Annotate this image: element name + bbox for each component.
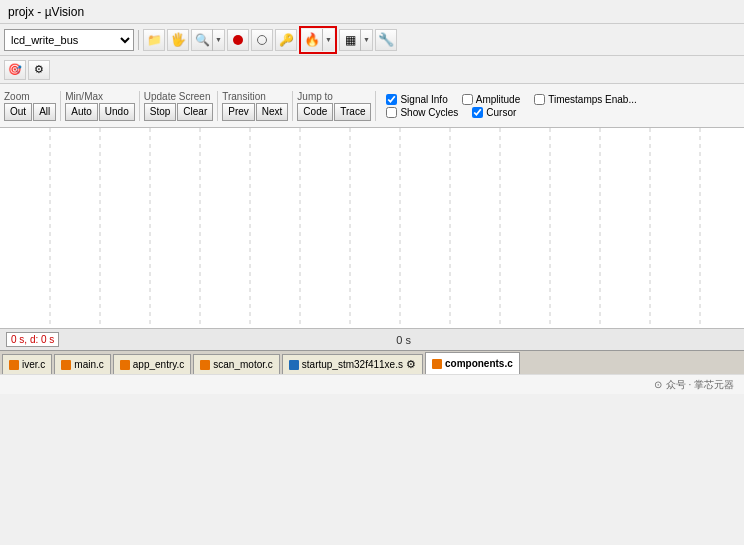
cursor-button[interactable]: 🖐 [167, 29, 189, 51]
hand-icon: 🖐 [170, 32, 186, 47]
signal-info-checkbox[interactable] [386, 94, 397, 105]
wrench-icon: 🔧 [378, 32, 394, 47]
amplitude-label: Amplitude [476, 94, 520, 105]
branding-text: 众号 · 掌芯元器 [666, 378, 734, 392]
tab-startup[interactable]: startup_stm32f411xe.s ⚙ [282, 354, 423, 374]
show-cycles-label: Show Cycles [400, 107, 458, 118]
transition-btn-row: Prev Next [222, 103, 288, 121]
tab-label-startup: startup_stm32f411xe.s [302, 359, 403, 370]
second-toolbar: 🎯 ⚙ [0, 56, 744, 84]
search-icon-part[interactable]: 🔍 [192, 29, 212, 51]
show-cycles-checkbox[interactable] [386, 107, 397, 118]
zoom-all-button[interactable]: All [33, 103, 56, 121]
flame-dropdown-group[interactable]: 🔥 ▼ [302, 29, 334, 51]
signal-info-row: Signal Info Amplitude Timestamps Enab... [386, 94, 636, 105]
tab-scan-motor[interactable]: scan_motor.c [193, 354, 279, 374]
waveform-container [0, 128, 744, 328]
minmax-label: Min/Max [65, 91, 103, 102]
signal-dropdown[interactable]: lcd_write_bus [4, 29, 134, 51]
jumpto-btn-row: Code Trace [297, 103, 371, 121]
tab-icon-driver [9, 360, 19, 370]
wrench-button[interactable]: 🔧 [375, 29, 397, 51]
key-icon: 🔑 [279, 33, 294, 47]
jumpto-label: Jump to [297, 91, 333, 102]
chevron-down-icon-3: ▼ [363, 36, 370, 43]
flame-icon-part[interactable]: 🔥 [302, 29, 322, 51]
update-btn-row: Stop Clear [144, 103, 213, 121]
jumpto-group: Jump to Code Trace [297, 91, 376, 121]
search-dropdown-group[interactable]: 🔍 ▼ [191, 29, 225, 51]
chevron-down-icon: ▼ [215, 36, 222, 43]
grid-dropdown-group[interactable]: ▦ ▼ [339, 29, 373, 51]
minmax-group: Min/Max Auto Undo [65, 91, 139, 121]
tab-label-main: main.c [74, 359, 103, 370]
cursor-checkbox[interactable] [472, 107, 483, 118]
search-dropdown-arrow[interactable]: ▼ [212, 29, 224, 51]
timestamps-checkbox[interactable] [534, 94, 545, 105]
tab-icon-components [432, 359, 442, 369]
gear-icon-tab: ⚙ [406, 358, 416, 371]
open-button[interactable]: 📁 [143, 29, 165, 51]
folder-icon: 📁 [147, 33, 162, 47]
update-group: Update Screen Stop Clear [144, 91, 218, 121]
tab-driver[interactable]: iver.c [2, 354, 52, 374]
highlighted-button-group: 🔥 ▼ [299, 26, 337, 54]
amplitude-checkbox[interactable] [462, 94, 473, 105]
waveform-area[interactable] [0, 128, 744, 328]
cursor-label: Cursor [486, 107, 516, 118]
branding-bar: ⊙ 众号 · 掌芯元器 [0, 374, 744, 394]
tab-label-scan-motor: scan_motor.c [213, 359, 272, 370]
status-time-box: 0 s, d: 0 s [6, 332, 59, 347]
settings-icon: ⚙ [34, 63, 44, 76]
center-time: 0 s [69, 334, 738, 346]
record-button[interactable] [227, 29, 249, 51]
show-cycles-row: Show Cycles Cursor [386, 107, 636, 118]
tab-bar: iver.c main.c app_entry.c scan_motor.c s… [0, 350, 744, 374]
tab-app-entry[interactable]: app_entry.c [113, 354, 192, 374]
update-clear-button[interactable]: Clear [177, 103, 213, 121]
tab-components[interactable]: components.c [425, 352, 520, 374]
tab-label-driver: iver.c [22, 359, 45, 370]
flame-icon: 🔥 [304, 32, 320, 47]
status-bar: 0 s, d: 0 s 0 s [0, 328, 744, 350]
tab-icon-startup [289, 360, 299, 370]
tab-label-components: components.c [445, 358, 513, 369]
key-button[interactable]: 🔑 [275, 29, 297, 51]
transition-label: Transition [222, 91, 266, 102]
jumpto-code-button[interactable]: Code [297, 103, 333, 121]
minmax-auto-button[interactable]: Auto [65, 103, 98, 121]
record-icon [233, 35, 243, 45]
update-label: Update Screen [144, 91, 211, 102]
grid-icon: ▦ [345, 33, 356, 47]
grid-icon-part[interactable]: ▦ [340, 29, 360, 51]
transition-next-button[interactable]: Next [256, 103, 289, 121]
tab-icon-main [61, 360, 71, 370]
zoom-label: Zoom [4, 91, 30, 102]
target-button[interactable]: 🎯 [4, 60, 26, 80]
circle-icon [257, 35, 267, 45]
chevron-down-icon-2: ▼ [325, 36, 332, 43]
minmax-btn-row: Auto Undo [65, 103, 134, 121]
settings-button[interactable]: ⚙ [28, 60, 50, 80]
tab-main[interactable]: main.c [54, 354, 110, 374]
waveform-grid-svg [0, 128, 744, 328]
main-toolbar: lcd_write_bus 📁 🖐 🔍 ▼ 🔑 🔥 ▼ [0, 24, 744, 56]
zoom-group: Zoom Out All [4, 91, 61, 121]
la-toolbar: Zoom Out All Min/Max Auto Undo Update Sc… [0, 84, 744, 128]
zoom-out-button[interactable]: Out [4, 103, 32, 121]
timestamps-label: Timestamps Enab... [548, 94, 637, 105]
flame-dropdown-arrow[interactable]: ▼ [322, 29, 334, 51]
jumpto-trace-button[interactable]: Trace [334, 103, 371, 121]
transition-group: Transition Prev Next [222, 91, 293, 121]
tab-icon-app-entry [120, 360, 130, 370]
transition-prev-button[interactable]: Prev [222, 103, 255, 121]
minmax-undo-button[interactable]: Undo [99, 103, 135, 121]
grid-dropdown-arrow[interactable]: ▼ [360, 29, 372, 51]
tab-label-app-entry: app_entry.c [133, 359, 185, 370]
target-icon: 🎯 [8, 63, 22, 76]
tab-icon-scan-motor [200, 360, 210, 370]
circle-button[interactable] [251, 29, 273, 51]
update-stop-button[interactable]: Stop [144, 103, 177, 121]
checkbox-group: Signal Info Amplitude Timestamps Enab...… [386, 94, 636, 118]
signal-info-label: Signal Info [400, 94, 447, 105]
